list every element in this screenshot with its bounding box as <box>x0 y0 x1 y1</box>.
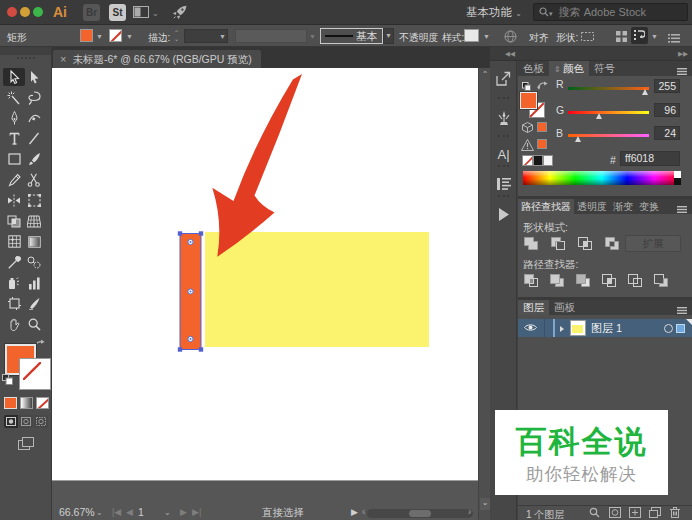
tab-gradient[interactable]: 渐变 <box>610 199 636 214</box>
color-spectrum-bar[interactable] <box>523 171 681 185</box>
tab-color[interactable]: ⇕ 颜色 <box>549 61 589 76</box>
channel-r-value[interactable]: 255 <box>654 79 680 93</box>
red-arrow[interactable] <box>212 74 302 257</box>
default-fill-stroke-icon[interactable] <box>2 374 13 388</box>
artboard-chevron-icon[interactable]: ⌄ <box>164 508 171 517</box>
workspace-switcher[interactable]: 基本功能 ⌄ <box>466 5 522 20</box>
vertical-scrollbar[interactable]: ⌃ ⌄ <box>478 68 490 520</box>
horizontal-scrollbar-thumb[interactable] <box>409 510 431 517</box>
paintbrush-tool[interactable] <box>23 150 45 168</box>
horizontal-scrollbar[interactable] <box>367 509 473 518</box>
tab-layers[interactable]: 图层 <box>518 300 549 315</box>
touch-workspace-icon[interactable] <box>616 31 627 45</box>
minus-front-button[interactable] <box>550 236 567 251</box>
draw-behind-button[interactable] <box>19 415 33 428</box>
paint-color-button[interactable] <box>4 397 17 409</box>
style-chevron-icon[interactable]: ▼ <box>483 33 490 40</box>
document-tab[interactable]: ×未标题-6* @ 66.67% (RGB/GPU 预览) <box>53 50 261 68</box>
delete-layer-trash-icon[interactable] <box>670 507 680 520</box>
column-graph-tool[interactable] <box>23 274 45 292</box>
artboard-tool[interactable] <box>3 295 25 313</box>
current-tool-name[interactable]: 直接选择 <box>262 506 304 520</box>
tab-swatches[interactable]: 色板 <box>518 61 549 76</box>
tab-transparency[interactable]: 透明度 <box>574 199 610 214</box>
perspective-grid-tool[interactable] <box>23 212 45 230</box>
export-panel-icon[interactable] <box>490 63 517 93</box>
layer-thumbnail[interactable] <box>570 320 586 336</box>
zoom-tool[interactable] <box>23 315 45 333</box>
color-fill-proxy[interactable] <box>520 92 537 109</box>
layer-expand-icon[interactable] <box>560 321 564 335</box>
yellow-rectangle[interactable] <box>205 232 429 347</box>
color-panel-menu-icon[interactable] <box>677 65 687 72</box>
channel-g-value[interactable]: 96 <box>654 103 680 117</box>
swap-colors-icon[interactable] <box>537 80 548 94</box>
layer-visibility-eye-icon[interactable] <box>524 321 537 335</box>
tab-symbols[interactable]: 符号 <box>589 61 620 76</box>
artboard-number[interactable]: 1 <box>138 506 144 518</box>
mesh-tool[interactable] <box>3 233 25 251</box>
brush-definition-chevron-icon[interactable]: ▼ <box>383 28 394 44</box>
width-tool[interactable] <box>3 192 25 210</box>
layer-row[interactable]: 图层 1 <box>518 319 692 337</box>
shape-builder-tool[interactable] <box>3 212 25 230</box>
close-document-icon[interactable]: × <box>60 53 66 65</box>
close-window-button[interactable] <box>7 7 17 17</box>
blend-tool[interactable] <box>23 253 45 271</box>
magic-wand-tool[interactable] <box>3 89 25 107</box>
brush-definition-select[interactable]: 基本 <box>320 28 383 44</box>
dock-toggle-chevron-icon[interactable]: ▼ <box>651 33 658 40</box>
symbol-sprayer-tool[interactable] <box>3 274 25 292</box>
share-rocket-icon[interactable] <box>172 5 188 23</box>
gamut-swatch[interactable] <box>537 139 547 149</box>
stroke-weight-stepper[interactable]: ⌃⌄ <box>174 30 181 42</box>
zoom-level[interactable]: 66.67% <box>59 506 95 518</box>
channel-r-slider[interactable] <box>568 87 649 90</box>
channel-b-value[interactable]: 24 <box>654 126 680 140</box>
style-swatch[interactable] <box>464 29 479 42</box>
layer-name[interactable]: 图层 1 <box>591 321 622 336</box>
fill-chevron-icon[interactable]: ▼ <box>96 33 103 40</box>
intersect-button[interactable] <box>577 236 594 251</box>
pathfinder-panel-menu-icon[interactable] <box>677 203 687 210</box>
stroke-weight-chevron-icon[interactable]: ▼ <box>219 33 226 40</box>
type-tool[interactable] <box>3 130 25 148</box>
stroke-color-proxy[interactable] <box>20 359 50 389</box>
none-swatch[interactable] <box>522 155 533 166</box>
panel-dock-toggle-button[interactable] <box>631 27 648 44</box>
zoom-window-button[interactable] <box>33 7 43 17</box>
actions-panel-icon[interactable] <box>490 199 517 229</box>
hex-value-field[interactable]: ff6018 <box>620 151 680 166</box>
pencil-tool[interactable] <box>3 171 25 189</box>
stroke-chevron-icon[interactable]: ▼ <box>126 33 133 40</box>
tab-pathfinder[interactable]: 路径查找器 <box>518 199 574 214</box>
adobe-stock-search[interactable]: ▾ 搜索 Adobe Stock <box>533 3 688 21</box>
new-sublayer-icon[interactable] <box>629 507 641 520</box>
rectangle-tool[interactable] <box>3 150 25 168</box>
paint-gradient-button[interactable] <box>20 397 33 409</box>
gradient-tool[interactable] <box>23 233 45 251</box>
align-label[interactable]: 对齐 <box>529 31 549 45</box>
channel-b-slider[interactable] <box>568 134 649 137</box>
free-transform-tool[interactable] <box>23 192 45 210</box>
brushes-panel-icon[interactable] <box>490 103 517 133</box>
selection-tool[interactable] <box>23 68 45 86</box>
scroll-left-icon[interactable]: ‹ <box>362 506 365 517</box>
screen-mode-button[interactable] <box>18 437 34 453</box>
web-cube-icon[interactable] <box>522 122 533 136</box>
expand-dock-icon[interactable]: ▶▶ <box>678 50 688 58</box>
new-layer-icon[interactable] <box>649 507 661 520</box>
stock-icon[interactable]: St <box>109 4 126 21</box>
scroll-down-icon[interactable]: ⌄ <box>480 498 490 510</box>
draw-normal-button[interactable] <box>4 415 18 428</box>
exclude-button[interactable] <box>604 236 621 251</box>
tools-panel-grip[interactable] <box>17 57 35 61</box>
unite-button[interactable] <box>523 236 540 251</box>
minimize-window-button[interactable] <box>20 7 30 17</box>
fill-color-swatch[interactable] <box>80 29 93 42</box>
tools-panel-header[interactable] <box>0 47 51 55</box>
control-bar-menu-icon[interactable] <box>668 32 680 46</box>
black-swatch[interactable] <box>533 155 543 166</box>
crop-button[interactable] <box>601 273 618 288</box>
canvas-area[interactable] <box>52 68 478 520</box>
